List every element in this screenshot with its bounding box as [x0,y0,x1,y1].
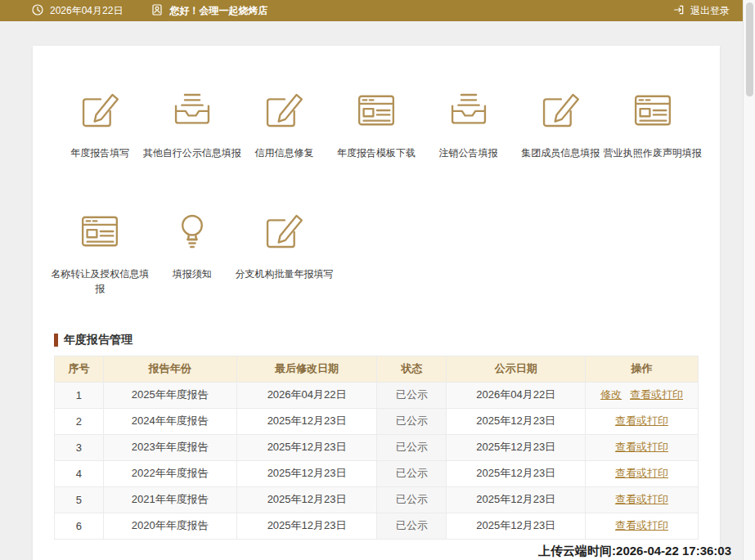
inbox-icon [422,85,515,136]
menu-item-template-download[interactable]: 年度报告模板下载 [330,85,423,161]
logout-label: 退出登录 [690,4,730,18]
status-badge: 已公示 [377,434,447,460]
cell-actions: 查看或打印 [586,513,699,539]
menu-item-annual-report-fill[interactable]: 年度报告填写 [54,85,146,161]
view-print-link[interactable]: 查看或打印 [615,493,668,505]
table-row: 3 2023年年度报告 2025年12月23日 已公示 2025年12月23日 … [55,434,699,460]
status-badge: 已公示 [377,513,447,539]
cell-published: 2025年12月23日 [447,486,586,513]
upload-time-text: 上传云端时间:2026-04-22 17:36:03 [538,544,731,559]
browser-icon [606,85,699,136]
function-menu: 年度报告填写 其他自行公示信息填报 信用信息修复 年度报告模板下载 注销公告填报 [54,85,699,297]
col-header-status: 状态 [377,356,447,382]
table-row: 4 2022年年度报告 2025年12月23日 已公示 2025年12月23日 … [55,460,699,486]
menu-item-other-publicity[interactable]: 其他自行公示信息填报 [146,85,239,161]
cell-no: 2 [55,408,104,434]
col-header-no: 序号 [55,356,104,382]
cell-actions: 查看或打印 [586,408,699,434]
cell-no: 1 [55,382,104,408]
col-header-published: 公示日期 [447,356,586,382]
inbox-icon [146,85,239,136]
view-print-link[interactable]: 查看或打印 [630,388,683,401]
menu-item-label: 年度报告模板下载 [324,146,429,161]
cell-published: 2025年12月23日 [447,434,586,460]
menu-item-credit-repair[interactable]: 信用信息修复 [238,85,330,161]
menu-item-label: 营业执照作废声明填报 [600,146,705,161]
cell-published: 2026年04月22日 [447,382,586,408]
table-row: 2 2024年年度报告 2025年12月23日 已公示 2025年12月23日 … [55,408,699,434]
cell-no: 5 [55,486,104,513]
menu-item-label: 其他自行公示信息填报 [140,146,245,161]
date-group: 2026年04月22日 [31,3,123,19]
menu-item-label: 年度报告填写 [47,146,153,161]
user-icon [151,3,164,19]
table-row: 1 2025年年度报告 2026年04月22日 已公示 2026年04月22日 … [55,382,699,408]
cell-year: 2021年年度报告 [103,486,236,513]
cell-year: 2023年年度报告 [103,434,236,460]
cell-year: 2020年年度报告 [103,513,236,539]
edit-icon [238,85,330,136]
current-date: 2026年04月22日 [50,4,123,18]
table-row: 5 2021年年度报告 2025年12月23日 已公示 2025年12月23日 … [55,486,699,513]
cell-modified: 2025年12月23日 [236,460,377,486]
main-card: 年度报告填写 其他自行公示信息填报 信用信息修复 年度报告模板下载 注销公告填报 [33,46,720,560]
cell-actions: 查看或打印 [586,434,699,460]
cell-actions: 查看或打印 [586,486,699,513]
menu-item-label: 注销公告填报 [416,146,521,161]
scrollbar-thumb[interactable] [746,2,753,96]
page: 2026年04月22日 您好！会理一起烧烤店 退出登录 年度报告填写 其他自行公… [0,0,743,560]
cell-no: 6 [55,513,104,539]
cell-modified: 2025年12月23日 [236,408,377,434]
clock-icon [31,3,44,19]
cell-no: 4 [55,460,104,486]
table-row: 6 2020年年度报告 2025年12月23日 已公示 2025年12月23日 … [55,513,699,539]
menu-item-group-member[interactable]: 集团成员信息填报 [515,85,607,161]
cell-published: 2025年12月23日 [447,460,586,486]
cell-actions: 查看或打印 [586,460,699,486]
status-badge: 已公示 [377,486,447,513]
menu-item-name-transfer[interactable]: 名称转让及授权信息填报 [54,206,146,297]
status-badge: 已公示 [377,460,447,486]
table-header-row: 序号 报告年份 最后修改日期 状态 公示日期 操作 [55,356,699,382]
section-title: 年度报告管理 [54,333,699,347]
browser-icon [330,85,423,136]
cell-year: 2024年年度报告 [103,408,236,434]
menu-item-filing-notes[interactable]: 填报须知 [146,206,239,297]
menu-item-label: 分支机构批量年报填写 [231,267,337,282]
vertical-scrollbar[interactable] [743,0,755,560]
col-header-modified: 最后修改日期 [236,356,377,382]
edit-icon [238,206,330,257]
cell-no: 3 [55,434,104,460]
annual-report-table: 序号 报告年份 最后修改日期 状态 公示日期 操作 1 2025年年度报告 20… [54,356,699,540]
cell-modified: 2025年12月23日 [236,434,377,460]
menu-item-label: 信用信息修复 [231,146,337,161]
view-print-link[interactable]: 查看或打印 [615,519,668,531]
cell-published: 2025年12月23日 [447,408,586,434]
section-title-text: 年度报告管理 [64,333,133,347]
cell-actions: 修改查看或打印 [586,382,699,408]
view-print-link[interactable]: 查看或打印 [615,414,668,427]
edit-icon [54,85,146,136]
cell-modified: 2026年04月22日 [236,382,377,408]
menu-item-cancellation-notice[interactable]: 注销公告填报 [422,85,515,161]
menu-item-label: 集团成员信息填报 [508,146,613,161]
menu-item-branch-batch-report[interactable]: 分支机构批量年报填写 [238,206,330,297]
cell-year: 2025年年度报告 [103,382,236,408]
view-print-link[interactable]: 查看或打印 [615,467,668,479]
menu-item-license-void[interactable]: 营业执照作废声明填报 [606,85,699,161]
logout-icon [672,3,685,19]
cell-year: 2022年年度报告 [103,460,236,486]
cell-modified: 2025年12月23日 [236,513,377,539]
browser-icon [54,206,146,257]
view-print-link[interactable]: 查看或打印 [615,441,668,453]
bulb-icon [146,206,239,257]
status-badge: 已公示 [377,382,447,408]
user-greeting: 您好！会理一起烧烤店 [169,4,267,18]
user-group: 您好！会理一起烧烤店 [151,3,267,19]
logout-button[interactable]: 退出登录 [672,3,730,19]
col-header-year: 报告年份 [103,356,236,382]
modify-link[interactable]: 修改 [600,388,622,401]
topbar: 2026年04月22日 您好！会理一起烧烤店 退出登录 [0,0,743,21]
status-badge: 已公示 [377,408,447,434]
section-title-bar [54,334,58,347]
